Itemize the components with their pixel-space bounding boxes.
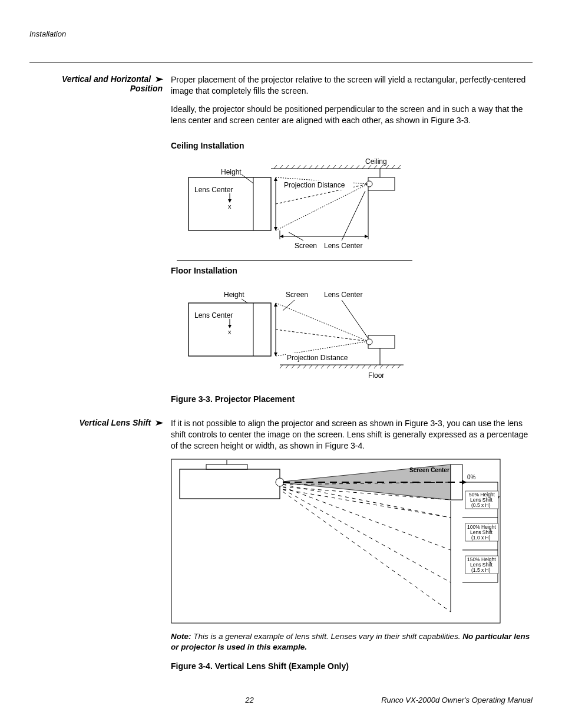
label-lens-center-bottom: Lens Center (324, 242, 362, 250)
running-header: Installation (29, 29, 533, 38)
svg-line-14 (351, 165, 353, 169)
svg-line-10 (327, 165, 330, 169)
svg-line-72 (327, 365, 330, 368)
svg-line-15 (356, 165, 359, 169)
ceiling-diagram: Ceiling (171, 157, 533, 254)
label-50-3: (0.5 x H) (471, 502, 491, 508)
arrow-icon: ➤ (154, 74, 164, 84)
svg-line-12 (339, 165, 342, 169)
page-number: 22 (118, 696, 381, 704)
label-ceiling: Ceiling (365, 157, 387, 166)
svg-line-7 (309, 165, 312, 169)
note-prefix: Note: (171, 632, 191, 641)
svg-line-69 (309, 365, 312, 368)
label-height-floor: Height (224, 291, 244, 299)
svg-line-81 (380, 365, 383, 368)
svg-line-68 (303, 365, 306, 368)
para-2: Ideally, the projector should be positio… (171, 104, 533, 126)
svg-line-45 (342, 191, 365, 241)
svg-line-22 (398, 165, 401, 169)
figure-3-3-block: Ceiling Installation Ceiling (29, 138, 533, 413)
margin-label-line1: Vertical and Horizontal (62, 74, 151, 84)
label-lens-center-floor-top: Lens Center (324, 291, 362, 299)
figure-3-4-diagram: Screen Center 0% 50% Height Lens Shift (… (171, 459, 533, 627)
svg-line-80 (374, 365, 377, 368)
figure-3-3-caption: Figure 3-3. Projector Placement (171, 394, 533, 405)
svg-line-48 (342, 300, 368, 338)
svg-line-13 (345, 165, 348, 169)
svg-line-36 (276, 184, 368, 230)
svg-marker-55 (274, 303, 277, 307)
svg-point-25 (366, 181, 372, 187)
label-screen: Screen (295, 242, 317, 250)
svg-line-75 (345, 365, 348, 368)
svg-line-6 (303, 165, 306, 169)
svg-line-21 (392, 165, 395, 169)
para-1: Proper placement of the projector relati… (171, 74, 533, 97)
page-footer: 22 Runco VX-2000d Owner's Operating Manu… (29, 696, 533, 704)
margin-label-vls: Vertical Lens Shift (79, 418, 151, 427)
svg-line-9 (321, 165, 324, 169)
svg-line-78 (362, 365, 365, 368)
label-150-3: (1.5 x H) (471, 567, 491, 573)
figure-3-4-note: Note: This is a general example of lens … (171, 631, 533, 653)
label-lens-center-left: Lens Center (194, 186, 233, 194)
svg-line-76 (351, 365, 353, 368)
svg-line-11 (333, 165, 336, 169)
arrow-icon: ➤ (154, 418, 164, 427)
svg-marker-34 (274, 227, 277, 230)
svg-marker-33 (274, 177, 277, 181)
body-text: Proper placement of the projector relati… (171, 74, 533, 133)
svg-line-83 (392, 365, 395, 368)
svg-rect-89 (180, 469, 280, 499)
svg-line-79 (368, 365, 371, 368)
label-100-3: (1.0 x H) (471, 535, 491, 541)
svg-line-82 (386, 365, 389, 368)
svg-text:x: x (228, 203, 232, 210)
svg-line-16 (362, 165, 365, 169)
svg-line-64 (280, 365, 283, 368)
label-height: Height (221, 168, 242, 176)
svg-line-3 (286, 165, 289, 169)
label-lens-center-floor-left: Lens Center (194, 311, 233, 319)
header-rule (29, 62, 533, 62)
figure-divider (177, 260, 412, 261)
manual-title: Runco VX-2000d Owner's Operating Manual (381, 696, 533, 704)
svg-line-71 (321, 365, 324, 368)
label-screen-floor: Screen (286, 291, 308, 299)
svg-point-62 (366, 339, 372, 345)
figure-3-4-caption: Figure 3-4. Vertical Lens Shift (Example… (171, 661, 533, 672)
svg-line-73 (333, 365, 336, 368)
note-body: This is a general example of lens shift.… (191, 632, 463, 641)
svg-point-92 (276, 478, 284, 486)
svg-marker-56 (274, 353, 277, 356)
para-vls: If it is not possible to align the proje… (171, 418, 533, 452)
svg-line-8 (315, 165, 318, 169)
label-0pct: 0% (467, 474, 476, 480)
svg-line-1 (274, 165, 277, 169)
svg-line-4 (292, 165, 295, 169)
svg-line-47 (283, 300, 295, 311)
svg-line-5 (297, 165, 300, 169)
svg-line-77 (356, 365, 359, 368)
svg-line-65 (286, 365, 289, 368)
floor-install-title: Floor Installation (171, 265, 533, 276)
label-floor: Floor (368, 371, 384, 380)
svg-line-2 (280, 165, 283, 169)
ceiling-install-title: Ceiling Installation (171, 140, 533, 151)
svg-marker-40 (280, 235, 283, 238)
svg-line-84 (398, 365, 401, 368)
floor-diagram: Height Screen Lens Center Lens Center x (171, 282, 533, 386)
svg-line-74 (339, 365, 342, 368)
svg-marker-41 (365, 235, 368, 238)
margin-label-line2: Position (130, 84, 163, 93)
svg-line-70 (315, 365, 318, 368)
svg-line-66 (292, 365, 295, 368)
section-vertical-horizontal: Vertical and Horizontal ➤ Position Prope… (29, 74, 533, 133)
label-projection-distance-floor: Projection Distance (287, 354, 348, 362)
svg-rect-90 (206, 465, 247, 469)
svg-line-104 (283, 492, 451, 612)
label-projection-distance: Projection Distance (284, 181, 345, 189)
section-vertical-lens-shift: Vertical Lens Shift ➤ If it is not possi… (29, 418, 533, 680)
svg-text:x: x (228, 328, 232, 335)
